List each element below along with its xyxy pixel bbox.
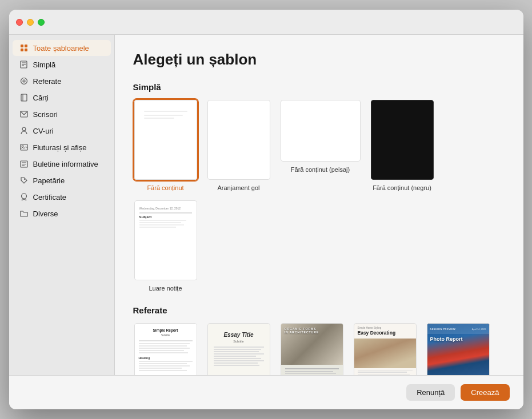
- envelope-icon: [19, 110, 29, 119]
- sidebar-item-books-label: Cărți: [33, 94, 49, 102]
- main-content: Toate șabloanele Simplă: [9, 35, 523, 375]
- template-blank-black[interactable]: Fără conținut (negru): [370, 99, 435, 191]
- maximize-button[interactable]: [38, 19, 45, 26]
- template-essay[interactable]: Essay Title Subtitle: [206, 322, 271, 375]
- page-title: Alegeți un șablon: [133, 51, 505, 69]
- newspaper-icon: [19, 159, 29, 168]
- folder-icon: [19, 209, 29, 218]
- sidebar-item-letters-label: Scrisori: [33, 110, 58, 119]
- template-thumb-arch[interactable]: ORGANIC FORMS IN ARCHITECTURE: [279, 322, 345, 375]
- sidebar-item-stationery[interactable]: Papetărie: [13, 172, 111, 188]
- simple-templates-grid: Fără conținut Aranjament gol Fără conțin…: [133, 99, 505, 292]
- reports-templates-grid: Simple Report Subtitle Heading: [133, 322, 505, 375]
- sidebar-item-newsletters[interactable]: Buletine informative: [13, 156, 111, 172]
- template-blank-layout-label: Aranjament gol: [218, 184, 260, 191]
- svg-point-21: [24, 179, 25, 180]
- template-thumb-simple-report[interactable]: Simple Report Subtitle Heading: [133, 322, 198, 375]
- template-thumb-photo[interactable]: Fashion Preview April 14, 2022 Photo Rep…: [426, 322, 491, 375]
- photo-icon: [19, 143, 29, 152]
- svg-rect-3: [25, 49, 27, 51]
- template-thumb-black[interactable]: [370, 99, 435, 181]
- sidebar-item-all-label: Toate șabloanele: [33, 44, 89, 53]
- template-thumb-essay[interactable]: Essay Title Subtitle: [206, 322, 271, 375]
- template-thumb-landscape[interactable]: [279, 99, 362, 163]
- sidebar-item-letters[interactable]: Scrisori: [13, 106, 111, 122]
- svg-point-16: [22, 146, 23, 147]
- cancel-button[interactable]: Renunță: [406, 384, 455, 401]
- sidebar-item-reports[interactable]: Referate: [13, 73, 111, 89]
- traffic-lights: [16, 19, 45, 26]
- template-photo-report[interactable]: Fashion Preview April 14, 2022 Photo Rep…: [426, 322, 491, 375]
- sidebar-item-misc-label: Diverse: [33, 210, 58, 218]
- sidebar-item-reports-label: Referate: [33, 77, 62, 86]
- tag-icon: [19, 76, 29, 86]
- doc-icon: [19, 60, 29, 69]
- minimize-button[interactable]: [27, 19, 34, 26]
- section-title-simple: Simplă: [133, 82, 505, 92]
- template-blank-landscape-label: Fără conținut (peisaj): [291, 166, 350, 173]
- sidebar-item-simple-label: Simplă: [33, 61, 56, 69]
- template-blank-black-label: Fără conținut (negru): [373, 184, 431, 191]
- svg-point-22: [21, 194, 26, 199]
- template-blank-landscape[interactable]: Fără conținut (peisaj): [279, 99, 362, 191]
- template-simple-report[interactable]: Simple Report Subtitle Heading: [133, 322, 198, 375]
- svg-rect-2: [21, 49, 23, 51]
- grid-icon: [19, 43, 29, 53]
- sidebar-item-flyers-label: Fluturași și afișe: [33, 143, 87, 152]
- template-blank-layout[interactable]: Aranjament gol: [206, 99, 271, 191]
- svg-rect-11: [21, 94, 27, 101]
- template-thumb-blank[interactable]: [133, 99, 198, 181]
- svg-rect-1: [25, 45, 27, 47]
- template-thumb-decorating[interactable]: Simple Home Styling Easy Decorating: [353, 322, 418, 375]
- template-thumb-blank-layout[interactable]: [206, 99, 271, 181]
- bottom-bar-wrapper: Renunță Creează: [9, 375, 523, 409]
- person-icon: [19, 126, 29, 135]
- template-decorating[interactable]: Simple Home Styling Easy Decorating: [353, 322, 418, 375]
- sidebar: Toate șabloanele Simplă: [9, 35, 115, 375]
- bottom-bar: Renunță Creează: [9, 375, 523, 409]
- sidebar-item-stationery-label: Papetărie: [33, 176, 65, 185]
- sidebar-item-cv[interactable]: CV-uri: [13, 123, 111, 139]
- template-blank-label: Fără conținut: [147, 184, 183, 191]
- svg-point-14: [22, 127, 26, 131]
- sidebar-item-cv-label: CV-uri: [33, 127, 54, 135]
- close-button[interactable]: [16, 19, 23, 26]
- sidebar-item-books[interactable]: Cărți: [13, 90, 111, 106]
- sidebar-item-certificates[interactable]: Certificate: [13, 189, 111, 205]
- sidebar-item-all[interactable]: Toate șabloanele: [13, 40, 111, 56]
- sidebar-item-newsletters-label: Buletine informative: [33, 160, 98, 168]
- sidebar-item-simple[interactable]: Simplă: [13, 57, 111, 72]
- book-icon: [19, 93, 29, 102]
- section-title-reports: Referate: [133, 305, 505, 315]
- app-window: Toate șabloanele Simplă: [9, 10, 523, 409]
- template-arch-report[interactable]: ORGANIC FORMS IN ARCHITECTURE: [279, 322, 345, 375]
- sidebar-item-flyers[interactable]: Fluturași și afișe: [13, 139, 111, 155]
- tag2-icon: [19, 176, 29, 185]
- svg-rect-0: [21, 45, 23, 47]
- titlebar: [9, 10, 523, 35]
- template-thumb-notes[interactable]: Wednesday, December 12, 2012 Subject: [133, 199, 198, 281]
- template-notes[interactable]: Wednesday, December 12, 2012 Subject Lua…: [133, 199, 198, 292]
- sidebar-item-certificates-label: Certificate: [33, 193, 67, 202]
- template-notes-label: Luare notițe: [149, 285, 182, 292]
- template-blank[interactable]: Fără conținut: [133, 99, 198, 191]
- create-button[interactable]: Creează: [461, 384, 509, 401]
- badge-icon: [19, 192, 29, 202]
- sidebar-item-misc[interactable]: Diverse: [13, 206, 111, 221]
- main-area: Alegeți un șablon Simplă: [115, 35, 523, 375]
